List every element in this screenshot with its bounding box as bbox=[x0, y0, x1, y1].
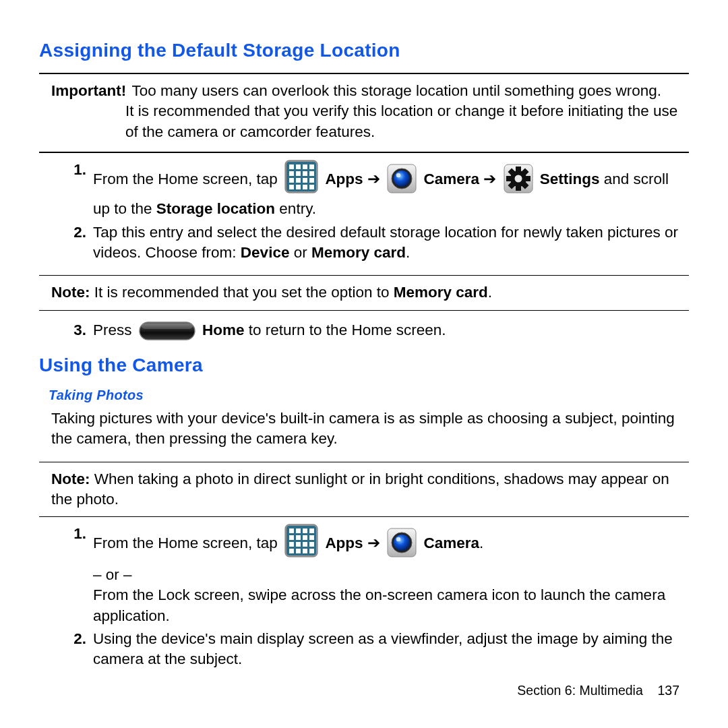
text: entry. bbox=[275, 200, 316, 217]
divider bbox=[39, 516, 689, 517]
section-label: Section 6: Multimedia bbox=[517, 683, 642, 698]
svg-rect-34 bbox=[142, 324, 193, 329]
svg-rect-4 bbox=[303, 164, 307, 169]
important-label: Important! bbox=[51, 82, 126, 99]
step-num-label: 1. bbox=[73, 161, 86, 178]
step-number: 1. bbox=[65, 160, 86, 220]
divider bbox=[39, 275, 689, 276]
step-2: 2. Tap this entry and select the desired… bbox=[65, 222, 689, 264]
svg-rect-45 bbox=[289, 542, 294, 547]
step-num-label: 1. bbox=[73, 525, 86, 542]
svg-rect-6 bbox=[289, 171, 294, 176]
note-sunlight: Note: When taking a photo in direct sunl… bbox=[51, 469, 689, 510]
text: . bbox=[479, 535, 483, 551]
note-text: It is recommended that you set the optio… bbox=[90, 284, 394, 301]
camera-icon bbox=[387, 164, 417, 199]
note-label: Note: bbox=[51, 471, 90, 487]
text: From the Home screen, tap bbox=[93, 535, 282, 551]
svg-rect-2 bbox=[289, 164, 294, 169]
svg-rect-51 bbox=[303, 549, 307, 553]
text: or bbox=[289, 244, 311, 261]
memory-card-option: Memory card bbox=[311, 244, 406, 261]
step-body: From the Home screen, tap Apps ➔ bbox=[93, 160, 689, 220]
svg-rect-14 bbox=[289, 185, 294, 189]
text: Press bbox=[93, 322, 136, 338]
svg-rect-7 bbox=[296, 171, 301, 176]
arrow: ➔ bbox=[367, 171, 384, 187]
svg-rect-10 bbox=[289, 178, 294, 183]
step-number: 1. bbox=[65, 524, 86, 626]
home-label: Home bbox=[202, 322, 245, 338]
apps-grid-icon bbox=[284, 524, 318, 563]
svg-rect-40 bbox=[309, 528, 314, 533]
memory-card-bold: Memory card bbox=[394, 284, 488, 301]
svg-rect-13 bbox=[309, 178, 314, 183]
page-number: 137 bbox=[657, 683, 679, 698]
svg-rect-37 bbox=[289, 528, 294, 533]
apps-grid-icon bbox=[284, 160, 318, 199]
storage-location-label: Storage location bbox=[156, 200, 275, 217]
svg-rect-39 bbox=[303, 528, 307, 533]
arrow: ➔ bbox=[367, 535, 384, 551]
alt-text: From the Lock screen, swipe across the o… bbox=[93, 585, 689, 626]
important-note: Important! Too many users can overlook t… bbox=[51, 81, 689, 142]
svg-point-20 bbox=[394, 171, 410, 187]
svg-rect-44 bbox=[309, 535, 314, 540]
step-body: Press Home to return to the Home screen. bbox=[93, 320, 689, 346]
heading-using-camera: Using the Camera bbox=[39, 353, 689, 378]
svg-rect-49 bbox=[289, 549, 294, 553]
or-divider: – or – bbox=[93, 565, 689, 585]
step-number: 2. bbox=[65, 222, 86, 264]
note-memory-card: Note: It is recommended that you set the… bbox=[51, 282, 689, 303]
svg-point-56 bbox=[396, 537, 400, 541]
device-option: Device bbox=[241, 244, 290, 261]
divider bbox=[39, 152, 689, 153]
svg-rect-42 bbox=[296, 535, 301, 540]
svg-point-32 bbox=[514, 175, 522, 182]
step-number: 2. bbox=[65, 629, 86, 670]
divider bbox=[39, 462, 689, 462]
settings-label: Settings bbox=[540, 171, 600, 187]
arrow: ➔ bbox=[483, 171, 500, 187]
divider bbox=[39, 73, 689, 74]
svg-rect-12 bbox=[303, 178, 307, 183]
camera-step-2: 2. Using the device's main display scree… bbox=[65, 629, 689, 670]
page-footer: Section 6: Multimedia 137 bbox=[517, 681, 679, 699]
svg-rect-16 bbox=[303, 185, 307, 189]
svg-rect-9 bbox=[309, 171, 314, 176]
text: to return to the Home screen. bbox=[249, 322, 446, 338]
svg-rect-41 bbox=[289, 535, 294, 540]
svg-rect-52 bbox=[309, 549, 314, 553]
svg-rect-47 bbox=[303, 542, 307, 547]
important-text-2: It is recommended that you verify this l… bbox=[125, 101, 689, 142]
svg-point-21 bbox=[396, 173, 400, 177]
svg-point-55 bbox=[394, 535, 410, 551]
step-body: From the Home screen, tap Apps ➔ bbox=[93, 524, 689, 626]
note-text: When taking a photo in direct sunlight o… bbox=[51, 471, 669, 508]
settings-gear-icon bbox=[504, 164, 533, 199]
step-body: Tap this entry and select the desired de… bbox=[93, 222, 689, 264]
svg-rect-3 bbox=[296, 164, 301, 169]
svg-rect-43 bbox=[303, 535, 307, 540]
step-3: 3. Press Home to return to the Home scre… bbox=[65, 320, 689, 346]
svg-rect-17 bbox=[309, 185, 314, 189]
step-num-label: 2. bbox=[73, 630, 86, 647]
divider bbox=[39, 310, 689, 311]
step-1: 1. From the Home screen, tap Apps ➔ bbox=[65, 160, 689, 220]
important-text-1: Too many users can overlook this storage… bbox=[132, 82, 661, 99]
svg-rect-11 bbox=[296, 178, 301, 183]
camera-icon bbox=[387, 528, 417, 563]
text: From the Home screen, tap bbox=[93, 171, 282, 187]
text: . bbox=[488, 284, 492, 301]
camera-label: Camera bbox=[423, 535, 479, 551]
step-number: 3. bbox=[65, 320, 86, 346]
camera-label: Camera bbox=[423, 171, 479, 187]
apps-label: Apps bbox=[325, 535, 363, 551]
svg-rect-46 bbox=[296, 542, 301, 547]
svg-rect-50 bbox=[296, 549, 301, 553]
heading-assign-storage: Assigning the Default Storage Location bbox=[39, 38, 689, 63]
subheading-taking-photos: Taking Photos bbox=[49, 386, 689, 404]
step-body: Using the device's main display screen a… bbox=[93, 629, 689, 670]
svg-rect-15 bbox=[296, 185, 301, 189]
note-label: Note: bbox=[51, 284, 90, 301]
